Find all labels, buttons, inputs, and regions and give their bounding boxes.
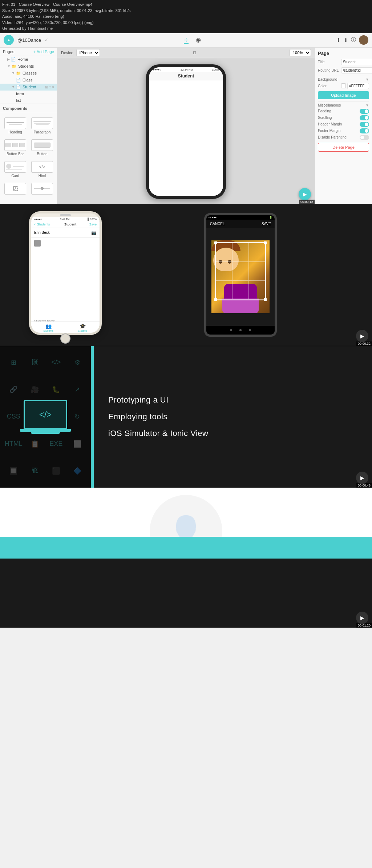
play-button-final[interactable]: ▶ (356, 612, 368, 624)
top-bar: ● @10Dance ✓ ⊹ ◉ ⬆ ⬆ ⓘ (0, 33, 372, 48)
component-button-bar[interactable]: Button Bar (3, 138, 28, 157)
video-generated: Generated by Thumbnail me (2, 25, 370, 32)
crop-handle-bl[interactable] (214, 298, 217, 301)
crop-handle-tl[interactable] (214, 241, 217, 244)
save-button[interactable]: SAVE (262, 222, 271, 226)
card-icon (4, 161, 26, 173)
grid-cell (232, 281, 248, 300)
back-button[interactable]: < Students (34, 223, 50, 226)
bg-icon-5: 🔗 (4, 377, 24, 403)
cyan-accent-bar (91, 346, 94, 488)
proto-section: ⊞ 🖼 </> ⚙ 🔗 🎥 🐛 ↗ CSS 📦 🔧 ↻ HTML 📋 EXE ⬜… (0, 346, 372, 488)
android-mockup-right: ▪▪▪ ●●● 🔋 CANCEL SAVE (109, 204, 372, 346)
title-input[interactable] (341, 59, 372, 65)
video-size: Size: 3120873 bytes (2.98 MiB), duration… (2, 8, 370, 14)
code-icon: </> (39, 409, 52, 420)
iphone-home-button[interactable] (60, 333, 70, 344)
iphone-notch (31, 213, 100, 217)
eye-icon[interactable]: ◉ (196, 36, 201, 44)
crop-overlay[interactable] (215, 242, 266, 300)
crop-handle-br[interactable] (264, 298, 267, 301)
user-avatar[interactable] (359, 35, 368, 45)
sidebar-item-students[interactable]: ▼ 📁 Students (0, 63, 57, 70)
time-display: 12:34 PM (181, 68, 193, 71)
grid-cell (249, 281, 265, 300)
component-heading[interactable]: Heading (3, 116, 28, 136)
tab-classes[interactable]: 🎓 Classes (65, 323, 100, 326)
course-cyan-bar (0, 537, 372, 559)
component-image[interactable]: 🖼 (3, 181, 28, 197)
android-content (206, 228, 275, 326)
check-icon: ✓ (45, 37, 48, 43)
footer-margin-toggle[interactable] (360, 128, 369, 133)
scrolling-toggle[interactable] (360, 115, 369, 120)
routing-input[interactable] (341, 67, 372, 73)
sidebar-item-classes[interactable]: ▼ 📁 Classes (0, 70, 57, 77)
tab-students[interactable]: 👥 Students (31, 323, 65, 326)
cancel-button[interactable]: CANCEL (210, 222, 225, 226)
image-icon: 🖼 (4, 183, 26, 195)
component-button[interactable]: Button (30, 138, 54, 157)
android-home-btn[interactable] (239, 329, 242, 331)
phone-screen: ●●●●○ 12:34 PM 100% Student (149, 67, 223, 196)
grid-cell (249, 243, 265, 262)
bg-icon-2: 🖼 (25, 350, 45, 376)
share-icon[interactable]: ⬆ (344, 37, 348, 43)
bg-icon-15: EXE (46, 431, 66, 457)
save-button[interactable]: Save (89, 223, 97, 226)
sidebar-item-home[interactable]: ▶ 📄 Home (0, 56, 57, 63)
component-slider[interactable] (30, 181, 54, 197)
classes-tab-icon: 🎓 (80, 323, 86, 326)
info-icon[interactable]: ⓘ (351, 37, 356, 43)
camera-icon[interactable]: 📷 (91, 230, 97, 235)
sidebar-item-label: form (16, 92, 24, 96)
left-sidebar: Pages + Add Page ▶ 📄 Home ▼ 📁 Students ▼… (0, 48, 57, 204)
upload-icon[interactable]: ⬆ (336, 37, 341, 43)
disable-parenting-toggle[interactable] (360, 135, 369, 140)
color-swatch[interactable] (341, 83, 346, 88)
android-back-btn[interactable] (230, 329, 232, 331)
zoom-select[interactable]: 100% (290, 49, 311, 56)
arrow-icon: ▼ (12, 71, 15, 75)
fab-button[interactable]: ▶ (299, 188, 311, 200)
sidebar-item-list[interactable]: list (0, 97, 57, 104)
collapse-icon[interactable]: ▼ (365, 103, 369, 107)
delete-page-button[interactable]: Delete Page (318, 143, 369, 152)
right-panel-title: Page (318, 51, 369, 56)
cursor-icon[interactable]: ⊹ (184, 36, 189, 44)
proto-text-2: Employing tools (108, 412, 357, 421)
bg-icon-18: 🏗 (25, 458, 45, 484)
component-card[interactable]: Card (3, 160, 28, 179)
grid-cell (232, 243, 248, 262)
crop-handle-tr[interactable] (264, 241, 267, 244)
play-button-proto[interactable]: ▶ (356, 472, 368, 484)
device-label: Device (61, 51, 73, 55)
html-icon: </> (31, 161, 53, 173)
padding-toggle[interactable] (360, 109, 369, 114)
play-button[interactable]: ▶ (356, 330, 368, 342)
sidebar-item-form[interactable]: form (0, 91, 57, 97)
sidebar-item-class[interactable]: 📄 Class (0, 77, 57, 84)
battery-indicator: 100% (212, 68, 219, 71)
padding-toggle-row: Padding (318, 109, 369, 114)
component-label: Html (39, 174, 46, 178)
add-page-button[interactable]: + Add Page (33, 49, 54, 54)
course-section (0, 488, 372, 559)
phone-mockup: ●●●●○ 12:34 PM 100% Student (146, 64, 226, 199)
timestamp-screenshots: 00:00:32 (356, 341, 372, 346)
android-recents-btn[interactable] (249, 329, 251, 331)
title-label: Title (318, 60, 340, 64)
component-html[interactable]: </> Html (30, 160, 54, 179)
component-paragraph[interactable]: Paragraph (30, 116, 54, 136)
sidebar-item-student[interactable]: ▼ 📄 Student ⊞ □ × (0, 84, 57, 91)
scrolling-toggle-row: Scrolling (318, 115, 369, 120)
collapse-icon[interactable]: ▼ (365, 77, 369, 81)
color-input[interactable] (347, 83, 369, 89)
device-select[interactable]: iPhone (76, 49, 100, 56)
component-label: Button Bar (7, 152, 24, 156)
upload-image-button[interactable]: Upload Image (318, 91, 369, 99)
timestamp-proto: 00:00:48 (356, 483, 372, 488)
header-margin-toggle[interactable] (360, 122, 369, 127)
item-actions: ⊞ □ × (45, 85, 54, 89)
arrow-icon: ▼ (7, 64, 11, 68)
